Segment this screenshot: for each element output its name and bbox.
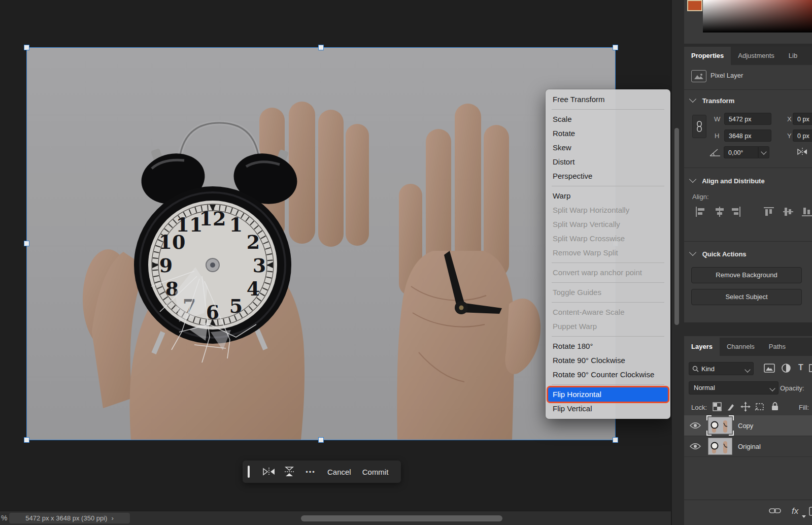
layer-row[interactable]: Copy <box>684 415 812 436</box>
menu-item <box>552 302 664 303</box>
layer-type-label: Pixel Layer <box>710 72 743 79</box>
menu-item[interactable]: Puppet Warp <box>546 319 670 334</box>
foreground-color-swatch[interactable] <box>687 0 702 11</box>
layer-thumbnail[interactable] <box>708 417 732 434</box>
height-field[interactable]: 3648 px <box>724 129 771 142</box>
visibility-eye-icon[interactable] <box>690 443 701 450</box>
commit-button[interactable]: Commit <box>357 468 394 476</box>
more-options-icon[interactable]: ••• <box>299 468 322 476</box>
tab-paths[interactable]: Paths <box>762 338 793 356</box>
transform-options-bar: ••• Cancel Commit <box>243 461 401 483</box>
menu-item[interactable]: Flip Horizontal <box>548 387 668 402</box>
menu-item[interactable]: Split Warp Crosswise <box>546 232 670 246</box>
lock-position-move-icon[interactable] <box>740 402 751 412</box>
vertical-scrollbar[interactable] <box>674 128 679 325</box>
tab-libraries[interactable]: Lib <box>782 47 804 65</box>
menu-item[interactable]: Rotate 90° Counter Clockwise <box>546 368 670 382</box>
filter-shape-layers-icon[interactable] <box>808 364 812 373</box>
kind-filter-combo[interactable]: Kind <box>689 362 754 375</box>
pixel-layer-icon <box>691 70 706 82</box>
select-subject-button[interactable]: Select Subject <box>691 289 802 305</box>
layer-style-fx-icon[interactable]: fx <box>792 506 798 516</box>
filter-adjustment-layers-icon[interactable] <box>781 363 791 373</box>
lock-all-icon[interactable] <box>771 402 779 411</box>
align-bottom-icon[interactable] <box>801 206 812 217</box>
layers-panel: Layers Channels Paths Kind T Normal Opac… <box>684 336 812 525</box>
menu-item[interactable]: Scale <box>546 112 670 126</box>
transform-handle-bottom-center[interactable] <box>318 437 324 443</box>
filter-pixel-layers-icon[interactable] <box>764 364 775 373</box>
layer-thumbnail[interactable] <box>708 438 732 455</box>
tab-properties[interactable]: Properties <box>684 47 731 65</box>
tab-adjustments[interactable]: Adjustments <box>731 47 782 65</box>
transform-handle-bottom-left[interactable] <box>24 437 29 443</box>
menu-item <box>552 336 664 337</box>
x-label: X <box>787 115 792 123</box>
menu-item[interactable]: Skew <box>546 141 670 155</box>
lock-artboard-icon[interactable] <box>755 402 765 411</box>
filter-type-layers-icon[interactable]: T <box>796 363 805 373</box>
blend-mode-select[interactable]: Normal <box>689 381 779 395</box>
document-info[interactable]: 5472 px x 3648 px (350 ppi) › <box>9 513 130 523</box>
quick-actions-section-header[interactable]: Quick Actions <box>690 250 747 258</box>
constrain-proportions-link-icon[interactable] <box>692 115 706 138</box>
menu-item[interactable]: Perspective <box>546 169 670 183</box>
fx-caret-icon <box>802 515 806 518</box>
angle-dropdown[interactable] <box>758 146 769 158</box>
lock-transparency-icon[interactable] <box>713 402 722 411</box>
right-panel: Properties Adjustments Lib Pixel Layer T… <box>671 0 812 525</box>
align-right-icon[interactable] <box>730 206 741 217</box>
transform-handle-mid-left[interactable] <box>24 241 29 246</box>
align-top-icon[interactable] <box>763 206 774 217</box>
y-field[interactable]: 0 px <box>793 129 812 142</box>
flip-icon[interactable] <box>796 147 808 157</box>
menu-item[interactable]: Convert warp anchor point <box>546 266 670 280</box>
cancel-button[interactable]: Cancel <box>322 468 357 476</box>
menu-item[interactable]: Content-Aware Scale <box>546 305 670 319</box>
visibility-eye-icon[interactable] <box>690 422 701 429</box>
menu-item[interactable]: Free Transform <box>546 92 670 107</box>
align-distribute-section-header[interactable]: Align and Distribute <box>690 177 765 185</box>
menu-item[interactable]: Split Warp Vertically <box>546 217 670 232</box>
menu-item[interactable]: Rotate 90° Clockwise <box>546 353 670 368</box>
flip-horizontal-icon[interactable] <box>259 464 279 479</box>
x-field[interactable]: 0 px <box>793 113 812 125</box>
menu-item[interactable]: Toggle Guides <box>546 285 670 300</box>
align-center-vertical-icon[interactable] <box>783 206 794 217</box>
transform-handle-top-right[interactable] <box>613 45 618 50</box>
color-panel <box>684 0 812 44</box>
width-field[interactable]: 5472 px <box>724 113 771 125</box>
transform-handle-top-center[interactable] <box>318 45 324 50</box>
menu-item[interactable]: Split Warp Horizontally <box>546 203 670 217</box>
link-layers-icon[interactable] <box>769 506 781 515</box>
angle-field[interactable]: 0,00° <box>724 146 758 158</box>
align-label: Align: <box>692 193 709 201</box>
menu-item[interactable]: Rotate 180° <box>546 339 670 353</box>
flip-vertical-icon[interactable] <box>279 464 299 479</box>
chevron-down-icon <box>689 95 696 103</box>
menu-item[interactable]: Rotate <box>546 126 670 141</box>
menu-item[interactable]: Remove Warp Split <box>546 246 670 260</box>
align-center-horizontal-icon[interactable] <box>714 206 725 217</box>
lock-paint-brush-icon[interactable] <box>727 402 736 411</box>
layers-tabbar: Layers Channels Paths <box>684 338 812 356</box>
align-left-icon[interactable] <box>695 206 706 217</box>
layer-row[interactable]: Original <box>684 436 812 457</box>
transform-handle-bottom-right[interactable] <box>613 437 618 443</box>
drag-handle[interactable] <box>248 466 250 478</box>
color-picker-gradient[interactable] <box>703 0 812 32</box>
transform-handle-top-left[interactable] <box>24 45 29 50</box>
remove-background-button[interactable]: Remove Background <box>691 267 802 283</box>
chevron-down-icon <box>769 385 775 391</box>
lock-label: Lock: <box>691 404 707 411</box>
menu-item[interactable]: Warp <box>546 189 670 203</box>
horizontal-scrollbar[interactable] <box>301 515 502 521</box>
tab-layers[interactable]: Layers <box>684 338 720 356</box>
tab-channels[interactable]: Channels <box>720 338 762 356</box>
transform-selection-border[interactable] <box>26 47 616 440</box>
menu-item[interactable]: Distort <box>546 155 670 169</box>
add-mask-icon[interactable] <box>809 507 812 516</box>
transform-section-header[interactable]: Transform <box>690 96 734 105</box>
menu-item[interactable]: Flip Vertical <box>546 402 670 416</box>
menu-item <box>552 262 664 263</box>
